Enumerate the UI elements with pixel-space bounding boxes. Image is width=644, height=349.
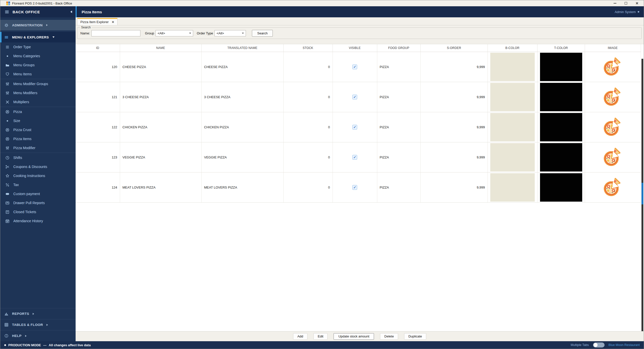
sidebar-item-label: Attendance History — [13, 219, 43, 223]
duplicate-button[interactable]: Duplicate — [404, 333, 426, 340]
hamburger-icon — [5, 10, 9, 14]
sidebar-item-menu-items[interactable]: Menu Items — [0, 70, 76, 79]
name-input[interactable] — [91, 30, 140, 36]
column-header-food-group[interactable]: FOOD GROUP — [377, 44, 420, 52]
sidebar-item-menu-modifier-groups[interactable]: Menu Modifier Groups — [0, 79, 76, 88]
sidebar-item-label: Order Type — [13, 45, 31, 49]
sidebar-item-custom-payment[interactable]: Custom payment — [0, 189, 76, 198]
order-type-field-label: Order Type — [197, 31, 213, 35]
sidebar-item-pizza-crust[interactable]: Pizza Crust — [0, 125, 76, 134]
chevron-right-icon — [46, 24, 48, 26]
sidebar-item-multipliers[interactable]: Multipliers — [0, 97, 76, 106]
sidebar-item-shifts[interactable]: Shifts — [0, 153, 76, 162]
cell-translated: CHICKEN PIZZA — [201, 112, 283, 142]
sidebar-item-cooking-instructions[interactable]: Cooking Instructions — [0, 171, 76, 180]
column-header-b-color[interactable]: B-COLOR — [488, 44, 537, 52]
cell-stock: 0 — [283, 82, 333, 112]
sidebar-item-attendance-history[interactable]: Attendance History — [0, 216, 76, 225]
minimize-button[interactable] — [613, 2, 617, 5]
sidebar-section-help[interactable]: HELP — [0, 330, 76, 341]
update-stock-amount-button[interactable]: Update stock amount — [334, 333, 374, 340]
sidebar-collapse-icon[interactable] — [70, 11, 72, 13]
calendar-icon — [5, 219, 10, 223]
column-header-stock[interactable]: STOCK — [283, 44, 333, 52]
sidebar-item-pizza-items[interactable]: Pizza Items — [0, 134, 76, 143]
back-office-label: BACK OFFICE — [13, 10, 40, 14]
order-type-select-value: <All> — [217, 31, 224, 35]
order-type-select[interactable]: <All> — [214, 30, 246, 36]
cell-food-group: PIZZA — [377, 172, 420, 202]
sidebar-item-closed-tickets[interactable]: Closed Tickets — [0, 207, 76, 216]
chevron-down-icon — [52, 36, 55, 38]
close-button[interactable]: ✕ — [635, 2, 639, 5]
column-header-s-order[interactable]: S-ORDER — [420, 44, 488, 52]
maximize-button[interactable] — [624, 2, 628, 5]
scrollbar-thumb[interactable] — [641, 183, 643, 204]
add-button[interactable]: Add — [293, 333, 307, 340]
user-name: Admin System — [615, 10, 636, 14]
sidebar-section-tables-floor[interactable]: TABLES & FLOOR — [0, 319, 76, 330]
column-header-id[interactable]: ID — [76, 44, 120, 52]
search-button[interactable]: Search — [252, 30, 273, 37]
visible-checkbox[interactable]: ✓ — [352, 125, 357, 130]
tab-pizza-item-explorer[interactable]: Pizza Item Explorer ✕ — [77, 18, 118, 25]
table-row[interactable]: 1213 CHEESE PIZZA3 CHEESE PIZZA0✓PIZZA9,… — [76, 82, 641, 112]
cell-s-order: 9,999 — [420, 52, 488, 82]
table-header-row: IDNAMETRANSLATED NAMESTOCKVISIBLEFOOD GR… — [76, 44, 641, 52]
tab-close-icon[interactable]: ✕ — [112, 20, 114, 24]
vertical-scrollbar[interactable] — [641, 59, 643, 331]
text-color-cell — [537, 52, 585, 82]
delete-button[interactable]: Delete — [380, 333, 398, 340]
sidebar-item-size[interactable]: Size — [0, 116, 76, 125]
sidebar-section-administration[interactable]: ADMINISTRATION — [0, 20, 76, 30]
minimize-icon — [614, 3, 616, 4]
sidebar-item-menu-modifiers[interactable]: Menu Modifiers — [0, 88, 76, 97]
sidebar-section-reports[interactable]: REPORTS — [0, 308, 76, 319]
visible-checkbox[interactable]: ✓ — [352, 65, 357, 69]
chart-icon — [4, 312, 9, 316]
sidebar-item-menu-categories[interactable]: Menu Categories — [0, 51, 76, 61]
sidebar-header[interactable]: BACK OFFICE — [0, 6, 76, 17]
user-menu[interactable]: Admin System — [615, 6, 644, 17]
table-row[interactable]: 122CHICKEN PIZZACHICKEN PIZZA0✓PIZZA9,99… — [76, 112, 641, 142]
column-header-t-color[interactable]: T-COLOR — [537, 44, 585, 52]
toggle-knob — [594, 343, 598, 347]
sidebar-divider — [0, 153, 76, 153]
sidebar-item-coupons-discounts[interactable]: Coupons & Discounts — [0, 162, 76, 171]
sidebar-item-tax[interactable]: Tax — [0, 180, 76, 189]
gear-icon — [4, 23, 9, 27]
table-filler-row — [76, 202, 641, 203]
button-color-cell — [488, 172, 537, 202]
column-header-name[interactable]: NAME — [120, 44, 201, 52]
sidebar-item-menu-groups[interactable]: Menu Groups — [0, 61, 76, 70]
visible-checkbox[interactable]: ✓ — [352, 155, 357, 160]
tab-strip: Pizza Item Explorer ✕ — [76, 17, 644, 25]
sidebar-item-pizza[interactable]: Pizza — [0, 107, 76, 116]
column-header-visible[interactable]: VISIBLE — [333, 44, 377, 52]
table-row[interactable]: 120CHEESE PIZZACHEESE PIZZA0✓PIZZA9,999 — [76, 52, 641, 82]
sidebar-item-drawer-pull-reports[interactable]: Drawer Pull Reports — [0, 198, 76, 207]
group-select[interactable]: <All> — [155, 30, 193, 36]
sidebar-item-order-type[interactable]: Order Type — [0, 42, 76, 51]
sliders-icon — [5, 91, 10, 95]
item-image-cell — [585, 172, 641, 202]
column-header-image[interactable]: IMAGE — [585, 44, 641, 52]
sidebar-section-menu-explorers[interactable]: MENU & EXPLORERS — [0, 32, 76, 42]
visible-checkbox[interactable]: ✓ — [352, 185, 357, 190]
search-panel-label: Search — [80, 26, 92, 29]
button-color-cell — [488, 142, 537, 172]
cell-id: 124 — [76, 172, 120, 202]
visible-checkbox[interactable]: ✓ — [352, 95, 357, 99]
column-header-translated-name[interactable]: TRANSLATED NAME — [201, 44, 283, 52]
table-row[interactable]: 123VEGGIE PIZZAVEGGIE PIZZA0✓PIZZA9,999 — [76, 142, 641, 172]
table-row[interactable]: 124MEAT LOVERS PIZZAMEAT LOVERS PIZZA0✓P… — [76, 172, 641, 202]
edit-button[interactable]: Edit — [313, 333, 328, 340]
multiple-tabs-toggle[interactable] — [593, 342, 605, 347]
sidebar-item-label: Custom payment — [13, 192, 40, 196]
percent-icon — [5, 183, 10, 187]
cell-stock: 0 — [283, 52, 333, 82]
list-icon — [5, 45, 10, 49]
search-panel: Search Name: Group <All> Order Type <All… — [77, 27, 642, 39]
cell-name: CHICKEN PIZZA — [120, 112, 201, 142]
sidebar-item-pizza-modifier[interactable]: Pizza Modifier — [0, 143, 76, 152]
